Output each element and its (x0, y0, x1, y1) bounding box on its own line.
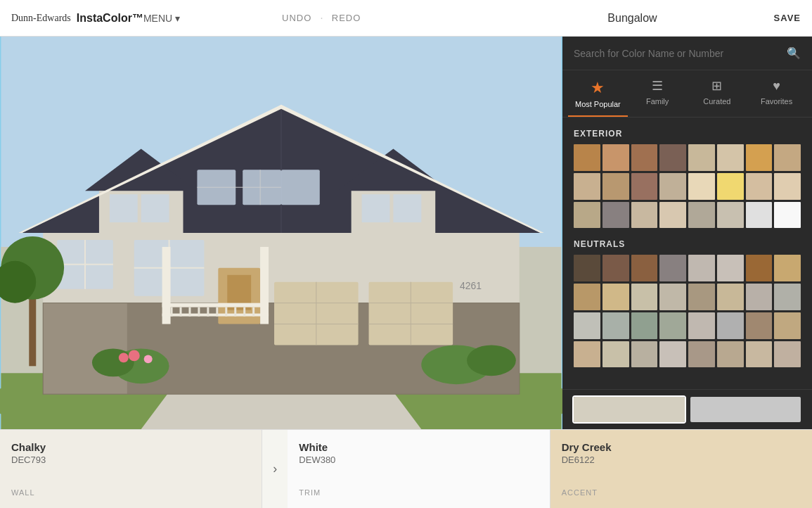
accent-color-code: DE6122 (562, 455, 801, 465)
color-swatch[interactable] (574, 312, 600, 339)
brand-name: Dunn-Edwards (11, 13, 71, 24)
color-swatch[interactable] (717, 341, 744, 368)
menu-button[interactable]: MENU ▾ (143, 13, 180, 24)
color-swatch[interactable] (717, 284, 744, 310)
color-swatch[interactable] (746, 255, 773, 281)
color-swatch[interactable] (659, 144, 686, 171)
color-panel: 🔍 ★ Most Popular ☰ Family ⊞ Curated ♥ Fa… (562, 37, 812, 429)
color-swatch[interactable] (746, 173, 773, 200)
color-swatch[interactable] (717, 202, 744, 229)
color-swatch[interactable] (688, 173, 715, 200)
svg-rect-18 (393, 194, 421, 222)
color-card-accent[interactable]: Dry Creek DE6122 ACCENT (550, 430, 812, 508)
color-swatch[interactable] (574, 255, 600, 281)
color-swatch[interactable] (746, 284, 773, 310)
save-button[interactable]: SAVE (774, 13, 801, 23)
color-swatch[interactable] (631, 284, 658, 310)
color-swatch[interactable] (746, 144, 773, 171)
palette-content[interactable]: EXTERIOR NEUTRALS (562, 118, 812, 389)
search-icon[interactable]: 🔍 (787, 46, 801, 60)
color-swatch[interactable] (688, 284, 715, 310)
color-swatch[interactable] (602, 144, 629, 171)
color-swatch[interactable] (746, 312, 773, 339)
color-swatch[interactable] (688, 144, 715, 171)
color-swatch[interactable] (631, 341, 658, 368)
panel-swatch-2[interactable] (690, 397, 801, 422)
menu-label: MENU (143, 13, 172, 24)
color-swatch[interactable] (688, 312, 715, 339)
color-swatch[interactable] (631, 144, 658, 171)
color-swatch[interactable] (717, 173, 744, 200)
color-swatch[interactable] (659, 312, 686, 339)
color-swatch[interactable] (746, 341, 773, 368)
chevron-down-icon: ▾ (175, 13, 180, 24)
color-swatch[interactable] (631, 202, 658, 229)
wall-color-name: Chalky (11, 441, 250, 453)
search-input[interactable] (574, 48, 787, 59)
color-swatch[interactable] (774, 173, 801, 200)
color-swatch[interactable] (774, 255, 801, 281)
canvas-area[interactable]: 4261 (0, 37, 562, 429)
color-swatch[interactable] (574, 341, 600, 368)
color-swatch[interactable] (574, 173, 600, 200)
wall-color-code: DEC793 (11, 455, 250, 465)
svg-point-59 (119, 353, 129, 362)
color-swatch[interactable] (659, 255, 686, 281)
color-swatch[interactable] (602, 341, 629, 368)
redo-button[interactable]: REDO (332, 13, 361, 23)
svg-rect-42 (260, 247, 269, 324)
color-swatch[interactable] (774, 144, 801, 171)
color-swatch[interactable] (659, 284, 686, 310)
trim-color-code: DEW380 (299, 455, 538, 465)
color-swatch[interactable] (574, 144, 600, 171)
color-swatch[interactable] (717, 255, 744, 281)
svg-rect-52 (234, 307, 236, 317)
color-swatch[interactable] (602, 202, 629, 229)
color-swatch[interactable] (717, 312, 744, 339)
color-swatch[interactable] (688, 341, 715, 368)
instacolor-logo: InstaColor™ (77, 12, 143, 25)
color-swatch[interactable] (774, 284, 801, 310)
svg-rect-43 (162, 303, 269, 307)
color-swatch[interactable] (688, 202, 715, 229)
color-swatch[interactable] (602, 173, 629, 200)
color-swatch[interactable] (659, 341, 686, 368)
color-swatch[interactable] (659, 202, 686, 229)
color-swatch[interactable] (631, 173, 658, 200)
color-card-trim[interactable]: White DEW380 TRIM (288, 430, 550, 508)
tab-most-popular[interactable]: ★ Most Popular (568, 79, 628, 117)
wall-color-role: WALL (11, 488, 250, 497)
color-swatch[interactable] (574, 284, 600, 310)
exterior-section-label: EXTERIOR (574, 129, 801, 139)
color-swatch[interactable] (746, 202, 773, 229)
svg-rect-46 (180, 307, 182, 317)
next-color-button[interactable]: › (262, 430, 288, 508)
color-swatch[interactable] (631, 312, 658, 339)
color-card-wall[interactable]: Chalky DEC793 WALL (0, 430, 262, 508)
color-swatch[interactable] (688, 255, 715, 281)
panel-swatch-1[interactable] (574, 397, 685, 422)
tab-favorites[interactable]: ♥ Favorites (747, 79, 806, 117)
color-swatch[interactable] (602, 312, 629, 339)
color-swatch[interactable] (717, 144, 744, 171)
color-swatch[interactable] (631, 255, 658, 281)
color-swatch[interactable] (774, 341, 801, 368)
heart-icon: ♥ (773, 79, 780, 94)
undo-button[interactable]: UNDO (282, 13, 311, 23)
project-name[interactable]: Bungalow (463, 12, 773, 25)
svg-rect-53 (243, 307, 245, 317)
svg-rect-45 (171, 307, 173, 317)
tab-curated[interactable]: ⊞ Curated (688, 79, 747, 117)
svg-rect-7 (43, 303, 127, 395)
color-swatch[interactable] (602, 255, 629, 281)
tab-family[interactable]: ☰ Family (628, 79, 688, 117)
color-swatch[interactable] (574, 202, 600, 229)
tab-most-popular-label: Most Popular (575, 100, 621, 108)
color-swatch[interactable] (659, 173, 686, 200)
color-swatch[interactable] (602, 284, 629, 310)
trim-color-role: TRIM (299, 488, 538, 497)
svg-rect-50 (216, 307, 218, 317)
color-swatch[interactable] (774, 312, 801, 339)
color-swatch[interactable] (774, 202, 801, 229)
svg-rect-13 (110, 194, 138, 222)
